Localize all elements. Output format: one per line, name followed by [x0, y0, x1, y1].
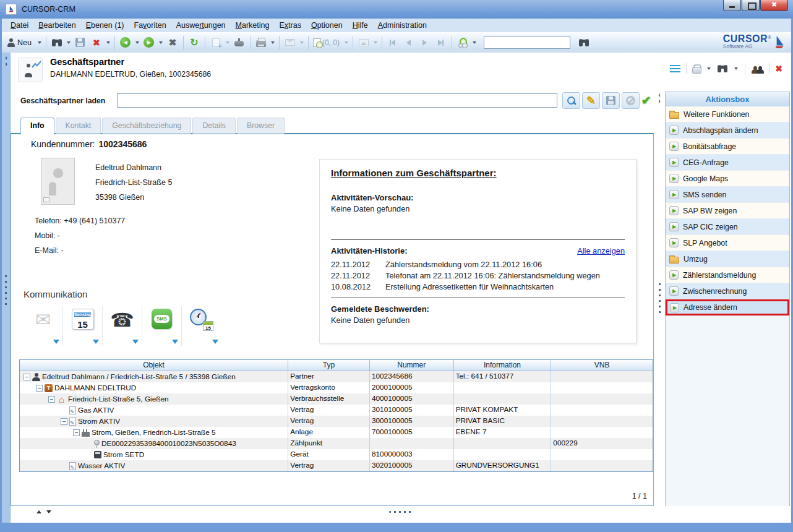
header-search-dropdown[interactable] [734, 67, 738, 70]
bottom-splitter[interactable] [11, 506, 791, 523]
table-row[interactable]: Wasser AKTIV Vertrag 3020100005 GRUNDVER… [20, 460, 653, 471]
column-header-objekt[interactable]: Objekt [20, 360, 288, 371]
aktionsbox-item[interactable]: Google Maps [666, 171, 789, 187]
menu-item[interactable]: Ebenen (1) [81, 20, 129, 31]
add-document-dropdown[interactable] [226, 41, 229, 44]
expander-icon[interactable] [61, 418, 67, 425]
aktionsbox-item[interactable]: Bonitätsabfrage [666, 139, 789, 155]
add-document-button[interactable] [208, 35, 223, 51]
table-row[interactable]: DAHLMANN EDELTRUD Vertragskonto 20001000… [20, 382, 653, 393]
save-button[interactable] [73, 35, 88, 51]
menu-item[interactable]: Auswertungen [171, 20, 231, 31]
print-dropdown[interactable] [271, 41, 275, 44]
menu-item[interactable]: Administration [373, 20, 432, 31]
tab[interactable]: Kontakt [56, 118, 101, 134]
menu-item[interactable]: Bearbeiten [33, 20, 80, 31]
aktionsbox-item[interactable]: Abschlagsplan ändern [666, 122, 789, 139]
image-button[interactable] [356, 35, 371, 51]
left-splitter[interactable]: ‹ › [2, 53, 11, 523]
nav-first-button[interactable] [385, 35, 400, 51]
close-button[interactable] [760, 0, 788, 11]
locate-dropdown[interactable] [473, 41, 476, 44]
nav-next-button[interactable] [418, 35, 432, 51]
menu-item[interactable]: Optionen [306, 20, 348, 31]
table-row[interactable]: DE00022935398400010023N5035O0843 Zählpun… [20, 438, 653, 449]
back-dropdown[interactable] [135, 41, 139, 44]
time-record-dropdown[interactable] [345, 41, 348, 44]
locate-button[interactable] [455, 35, 470, 51]
bottom-splitter-handle[interactable] [390, 511, 413, 513]
aktionsbox-item[interactable]: CEG-Anfrage [666, 155, 789, 171]
nav-last-button[interactable] [434, 35, 448, 51]
aktionsbox-item[interactable]: Adresse ändern [666, 299, 789, 315]
delete-button[interactable] [89, 35, 104, 51]
print-button[interactable] [254, 35, 268, 51]
new-dropdown[interactable] [38, 41, 41, 44]
quick-search-input[interactable] [484, 36, 570, 49]
list-menu-icon[interactable] [670, 65, 680, 73]
aktionsbox-item[interactable]: Zwischenrechnung [666, 283, 789, 299]
expander-icon[interactable] [24, 374, 30, 380]
expander-icon[interactable] [73, 429, 80, 436]
tab[interactable]: Browser [237, 118, 285, 134]
menu-item[interactable]: Datei [6, 20, 33, 31]
lock-icon[interactable] [692, 64, 700, 74]
column-header-typ[interactable]: Typ [288, 360, 370, 371]
menu-item[interactable]: Favoriten [129, 20, 171, 31]
cancel-button[interactable] [165, 35, 180, 51]
phone-button[interactable] [103, 306, 142, 346]
historie-entry[interactable]: 22.11.2012 Zählerstandsmeldung vom 22.11… [331, 259, 625, 270]
expand-right-icon[interactable]: › [3, 61, 9, 67]
table-row[interactable]: Strom SETD Gerät 8100000003 [20, 449, 653, 460]
calendar-button[interactable]: Samstag15 [63, 306, 103, 346]
tab[interactable]: Details [192, 118, 236, 134]
splitter-up-icon[interactable] [36, 510, 41, 513]
aktionsbox-item[interactable]: SLP Angebot [666, 235, 789, 251]
table-row[interactable]: Edeltrud Dahlmann / Friedrich-List-Straß… [20, 371, 653, 382]
aktionsbox-item[interactable]: SMS senden [666, 187, 789, 203]
table-row[interactable]: Strom AKTIV Vertrag 3000100005 PRIVAT BA… [20, 416, 653, 427]
menu-item[interactable]: Extras [274, 20, 306, 31]
expand-panel-icon[interactable]: › [656, 98, 662, 104]
tab[interactable]: Geschäftsbeziehung [102, 118, 191, 134]
sms-dropdown-icon[interactable] [172, 340, 178, 344]
expander-icon[interactable] [36, 385, 43, 392]
partner-photo[interactable] [41, 158, 75, 205]
column-header-nummer[interactable]: Nummer [370, 360, 454, 371]
expander-icon[interactable] [48, 396, 55, 403]
table-row[interactable]: Friedrich-List-Straße 5, Gießen Verbrauc… [20, 393, 653, 405]
historie-entry[interactable]: 10.08.2012 Erstellung Adressetiketten fü… [331, 281, 625, 293]
aktionsbox-item[interactable]: Zählerstandsmeldung [666, 267, 789, 283]
search-button[interactable] [49, 35, 64, 51]
menu-item[interactable]: Hilfe [348, 20, 373, 31]
right-splitter-handle[interactable] [659, 283, 661, 313]
lock-dropdown[interactable] [707, 67, 711, 70]
appointment-dropdown-icon[interactable] [212, 340, 218, 344]
workflow-button[interactable] [232, 35, 247, 51]
table-row[interactable]: Gas AKTIV Vertrag 3010100005 PRIVAT KOMP… [20, 405, 653, 416]
phone-dropdown-icon[interactable] [132, 340, 139, 344]
new-button[interactable]: Neu [6, 35, 35, 51]
partner-load-input[interactable] [117, 93, 557, 108]
image-dropdown[interactable] [374, 41, 377, 44]
maximize-button[interactable] [742, 0, 760, 11]
right-splitter[interactable]: ‹ › [655, 92, 665, 505]
loader-search-button[interactable] [562, 92, 580, 109]
quick-search-button[interactable] [577, 35, 591, 51]
forward-button[interactable]: ▶ [142, 35, 156, 51]
column-header-information[interactable]: Information [454, 360, 552, 371]
send-dropdown[interactable] [300, 41, 304, 44]
search-dropdown[interactable] [67, 41, 71, 44]
email-dropdown-icon[interactable] [53, 340, 59, 344]
splitter-down-icon[interactable] [46, 510, 51, 513]
loader-confirm-button[interactable] [637, 92, 655, 109]
table-row[interactable]: Strom, Gießen, Friedrich-List-Straße 5 A… [20, 427, 653, 438]
send-button[interactable] [283, 35, 298, 51]
menu-item[interactable]: Marketing [231, 20, 275, 31]
delete-dropdown[interactable] [106, 41, 110, 44]
persons-icon[interactable] [751, 64, 763, 74]
show-all-link[interactable]: Alle anzeigen [577, 246, 625, 255]
column-header-vnb[interactable]: VNB [551, 360, 653, 371]
calendar-dropdown-icon[interactable] [93, 340, 99, 344]
email-button[interactable] [24, 306, 63, 346]
